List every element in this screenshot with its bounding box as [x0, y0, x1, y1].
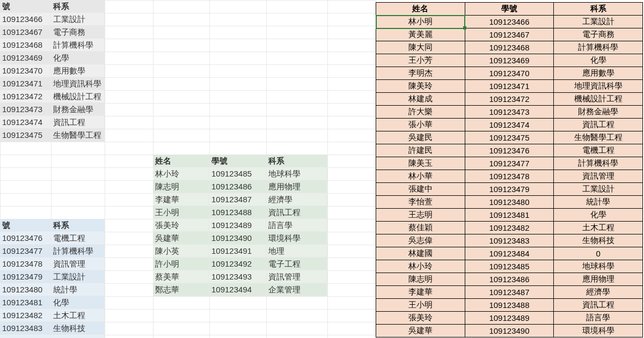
mid-name[interactable]: 蔡美華 — [153, 270, 209, 283]
mid-id[interactable]: 109123493 — [209, 270, 266, 283]
right-dept[interactable]: 語言學 — [554, 312, 643, 325]
left-bottom-dept[interactable]: 電機工程 — [51, 232, 105, 245]
right-dept[interactable]: 資訊工程 — [554, 299, 643, 312]
right-id[interactable]: 109123485 — [465, 260, 554, 273]
right-id[interactable]: 109123467 — [465, 28, 554, 41]
selection-handle[interactable] — [463, 26, 466, 30]
right-dept[interactable]: 生物科技 — [554, 234, 643, 247]
left-top-id[interactable]: 109123474 — [0, 116, 51, 129]
mid-dept[interactable]: 資訊管理 — [266, 270, 327, 283]
right-name[interactable]: 張美玲 — [376, 312, 465, 325]
right-dept[interactable]: 化學 — [554, 54, 643, 67]
right-id[interactable]: 109123482 — [465, 222, 554, 234]
right-dept[interactable]: 土木工程 — [554, 222, 643, 234]
left-top-id[interactable]: 109123467 — [0, 26, 51, 39]
right-id[interactable]: 109123484 — [465, 247, 554, 260]
mid-dept[interactable]: 應用物理 — [266, 180, 327, 193]
left-top-header-dept[interactable]: 科系 — [51, 0, 105, 13]
mid-id[interactable]: 109123489 — [209, 219, 266, 232]
left-top-id[interactable]: 109123470 — [0, 64, 51, 77]
left-top-dept[interactable]: 地理資訊科學 — [51, 77, 105, 90]
right-dept[interactable]: 電機工程 — [554, 144, 643, 157]
mid-id[interactable]: 109123492 — [209, 258, 266, 270]
right-id[interactable]: 109123477 — [465, 157, 554, 170]
mid-id[interactable]: 109123490 — [209, 232, 266, 245]
right-name[interactable]: 陳美玉 — [376, 157, 465, 170]
right-id[interactable]: 109123490 — [465, 325, 554, 337]
mid-name[interactable]: 許小明 — [153, 258, 209, 270]
left-top-id[interactable]: 109123473 — [0, 103, 51, 116]
mid-id[interactable]: 109123491 — [209, 245, 266, 258]
left-bottom-dept[interactable]: 計算機科學 — [51, 245, 105, 258]
right-name[interactable]: 陳志明 — [376, 273, 465, 286]
left-top-dept[interactable]: 應用數學 — [51, 64, 105, 77]
left-top-dept[interactable]: 化學 — [51, 52, 105, 64]
mid-dept[interactable]: 地理 — [266, 245, 327, 258]
left-bottom-dept[interactable]: 土木工程 — [51, 309, 105, 322]
left-bottom-dept[interactable]: 化學 — [51, 296, 105, 309]
right-dept[interactable]: 財務金融學 — [554, 106, 643, 119]
right-dept[interactable]: 資訊管理 — [554, 170, 643, 183]
right-name[interactable]: 許建民 — [376, 144, 465, 157]
mid-id[interactable]: 109123487 — [209, 193, 266, 206]
right-name[interactable]: 李怡萱 — [376, 196, 465, 209]
right-id[interactable]: 109123481 — [465, 209, 554, 222]
left-top-header-id[interactable]: 號 — [0, 0, 51, 13]
right-dept[interactable]: 統計學 — [554, 196, 643, 209]
right-name[interactable]: 林建國 — [376, 247, 465, 260]
mid-name[interactable]: 李建華 — [153, 193, 209, 206]
right-id[interactable]: 109123472 — [465, 93, 554, 106]
mid-header-dept[interactable]: 科系 — [266, 155, 327, 167]
left-bottom-id[interactable]: 109123478 — [0, 258, 51, 270]
right-dept[interactable]: 工業設計 — [554, 183, 643, 196]
mid-name[interactable]: 林小玲 — [153, 167, 209, 180]
right-id[interactable]: 109123476 — [465, 144, 554, 157]
left-top-id[interactable]: 109123468 — [0, 39, 51, 52]
left-top-dept[interactable]: 機械設計工程 — [51, 90, 105, 103]
left-top-id[interactable]: 109123471 — [0, 77, 51, 90]
left-top-dept[interactable]: 工業設計 — [51, 13, 105, 26]
right-id[interactable]: 109123468 — [465, 41, 554, 54]
right-name[interactable]: 陳美玲 — [376, 80, 465, 93]
right-dept[interactable]: 計算機科學 — [554, 157, 643, 170]
left-top-id[interactable]: 109123469 — [0, 52, 51, 64]
right-id[interactable]: 109123486 — [465, 273, 554, 286]
right-name[interactable]: 王志明 — [376, 209, 465, 222]
left-bottom-id[interactable]: 109123481 — [0, 296, 51, 309]
right-header-name[interactable]: 姓名 — [376, 3, 465, 16]
right-dept[interactable]: 地理資訊科學 — [554, 80, 643, 93]
mid-id[interactable]: 109123485 — [209, 167, 266, 180]
left-top-dept[interactable]: 電子商務 — [51, 26, 105, 39]
left-bottom-id[interactable]: 109123483 — [0, 322, 51, 335]
right-name[interactable]: 張建中 — [376, 183, 465, 196]
mid-dept[interactable]: 電子工程 — [266, 258, 327, 270]
left-bottom-id[interactable]: 109123480 — [0, 283, 51, 296]
mid-dept[interactable]: 語言學 — [266, 219, 327, 232]
right-name[interactable]: 張小華 — [376, 119, 465, 131]
left-top-dept[interactable]: 資訊工程 — [51, 116, 105, 129]
mid-dept[interactable]: 資訊工程 — [266, 206, 327, 219]
right-dept[interactable]: 計算機科學 — [554, 41, 643, 54]
right-name[interactable]: 吳建華 — [376, 325, 465, 337]
right-id[interactable]: 109123470 — [465, 67, 554, 80]
right-dept[interactable]: 0 — [554, 247, 643, 260]
right-name[interactable]: 林小華 — [376, 170, 465, 183]
mid-dept[interactable]: 經濟學 — [266, 193, 327, 206]
right-id[interactable]: 109123466 — [465, 16, 554, 28]
right-id[interactable]: 109123474 — [465, 119, 554, 131]
right-id[interactable]: 109123479 — [465, 183, 554, 196]
right-name[interactable]: 林小玲 — [376, 260, 465, 273]
left-bottom-dept[interactable]: 生物科技 — [51, 322, 105, 335]
right-name[interactable]: 許大樂 — [376, 106, 465, 119]
right-id[interactable]: 109123478 — [465, 170, 554, 183]
right-name[interactable]: 黃美麗 — [376, 28, 465, 41]
right-name[interactable]: 王小明 — [376, 299, 465, 312]
left-bottom-id[interactable]: 109123484 — [0, 335, 51, 338]
right-name[interactable]: 林建成 — [376, 93, 465, 106]
mid-name[interactable]: 陳小英 — [153, 245, 209, 258]
mid-name[interactable]: 王小明 — [153, 206, 209, 219]
right-id[interactable]: 109123471 — [465, 80, 554, 93]
right-name[interactable]: 王小芳 — [376, 54, 465, 67]
right-name[interactable]: 李建華 — [376, 286, 465, 299]
mid-header-id[interactable]: 學號 — [209, 155, 266, 167]
